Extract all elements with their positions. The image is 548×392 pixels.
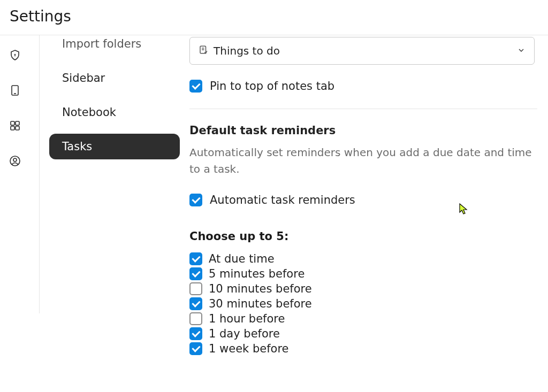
section-divider xyxy=(189,109,537,109)
reminder-option[interactable]: At due time xyxy=(189,252,548,265)
reminder-checkbox[interactable] xyxy=(189,252,202,265)
reminder-option[interactable]: 10 minutes before xyxy=(189,282,548,295)
pin-to-top-row[interactable]: Pin to top of notes tab xyxy=(189,80,548,93)
reminder-label: 1 day before xyxy=(209,327,280,340)
reminder-label: 1 hour before xyxy=(209,312,285,325)
settings-content: Things to do Pin to top of notes tab Def… xyxy=(189,35,548,390)
reminder-checkbox[interactable] xyxy=(189,327,202,340)
reminder-label: At due time xyxy=(209,252,275,265)
reminder-option[interactable]: 1 day before xyxy=(189,327,548,340)
reminder-checkbox[interactable] xyxy=(189,297,202,310)
reminder-label: 30 minutes before xyxy=(209,297,312,310)
note-icon xyxy=(199,44,208,57)
auto-reminders-row[interactable]: Automatic task reminders xyxy=(189,194,548,206)
device-icon[interactable] xyxy=(9,84,21,99)
reminder-label: 5 minutes before xyxy=(209,267,305,280)
page-title: Settings xyxy=(10,7,538,25)
chevron-down-icon xyxy=(517,44,526,57)
icon-rail xyxy=(0,35,29,390)
pin-label: Pin to top of notes tab xyxy=(210,80,334,93)
default-note-select[interactable]: Things to do xyxy=(189,37,535,65)
reminder-option[interactable]: 5 minutes before xyxy=(189,267,548,280)
reminder-options-list: At due time 5 minutes before 10 minutes … xyxy=(189,252,548,355)
widgets-icon[interactable] xyxy=(9,119,21,134)
shield-icon[interactable] xyxy=(9,49,21,64)
reminder-option[interactable]: 1 week before xyxy=(189,342,548,355)
subnav-item-tasks[interactable]: Tasks xyxy=(49,134,180,159)
settings-subnav: Import folders Sidebar Notebook Tasks xyxy=(40,35,189,390)
subnav-item-import-folders[interactable]: Import folders xyxy=(49,31,180,57)
reminders-description: Automatically set reminders when you add… xyxy=(189,144,532,178)
subnav-item-sidebar[interactable]: Sidebar xyxy=(49,65,180,91)
reminder-checkbox[interactable] xyxy=(189,267,202,280)
auto-reminders-label: Automatic task reminders xyxy=(210,194,355,206)
svg-point-8 xyxy=(13,158,17,162)
reminder-checkbox[interactable] xyxy=(189,312,202,325)
reminder-label: 1 week before xyxy=(209,342,288,355)
reminder-option[interactable]: 30 minutes before xyxy=(189,297,548,310)
svg-rect-6 xyxy=(16,126,19,130)
svg-rect-3 xyxy=(11,121,14,125)
reminders-title: Default task reminders xyxy=(189,124,548,137)
account-icon[interactable] xyxy=(9,155,21,170)
settings-header: Settings xyxy=(0,0,548,35)
reminder-checkbox[interactable] xyxy=(189,342,202,355)
svg-point-0 xyxy=(14,54,15,55)
choose-up-to-title: Choose up to 5: xyxy=(189,230,548,243)
svg-rect-5 xyxy=(11,126,14,130)
reminder-option[interactable]: 1 hour before xyxy=(189,312,548,325)
pin-checkbox[interactable] xyxy=(189,80,202,93)
reminder-label: 10 minutes before xyxy=(209,282,312,295)
select-value: Things to do xyxy=(214,44,280,57)
reminder-checkbox[interactable] xyxy=(189,282,202,295)
auto-reminders-checkbox[interactable] xyxy=(189,194,202,206)
subnav-item-notebook[interactable]: Notebook xyxy=(49,99,180,125)
svg-rect-4 xyxy=(16,121,19,125)
